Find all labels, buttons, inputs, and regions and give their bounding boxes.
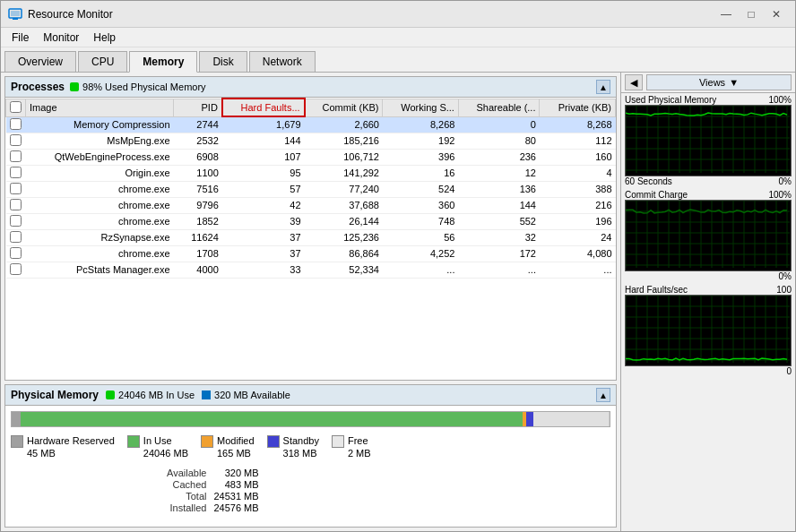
standby-box [267, 435, 280, 448]
row-commit: 106,712 [305, 149, 383, 165]
legend-modified: Modified 165 MB [201, 434, 255, 460]
processes-collapse-btn[interactable]: ▲ [596, 80, 610, 94]
table-row: chrome.exe 1708 37 86,864 4,252 172 4,08… [6, 245, 616, 262]
col-working[interactable]: Working S... [383, 99, 458, 116]
tab-memory[interactable]: Memory [129, 51, 197, 73]
col-pid[interactable]: PID [174, 99, 222, 116]
col-private[interactable]: Private (KB) [540, 99, 616, 116]
modified-value: 165 MB [217, 447, 255, 459]
row-checkbox[interactable] [10, 150, 22, 162]
table-row: chrome.exe 1852 39 26,144 748 552 196 [6, 213, 616, 229]
col-commit[interactable]: Commit (KB) [305, 99, 383, 116]
processes-section: Processes 98% Used Physical Memory ▲ Ima… [4, 76, 617, 381]
svg-rect-2 [13, 18, 18, 20]
chart-title: Used Physical Memory [625, 95, 716, 105]
row-commit: 26,144 [305, 213, 383, 229]
chart-bottom-right: 0 [786, 366, 792, 376]
row-working: ... [383, 262, 458, 278]
available-stat-value: 320 MB [213, 468, 258, 478]
row-private: 388 [540, 181, 616, 197]
row-image: chrome.exe [26, 213, 174, 229]
in-use-value: 24046 MB [143, 447, 188, 459]
free-label: Free [348, 434, 371, 447]
row-pid: 4000 [174, 262, 222, 278]
legend-hw-reserved: Hardware Reserved 45 MB [11, 434, 115, 460]
hw-reserved-value: 45 MB [27, 447, 115, 459]
memory-legend: Hardware Reserved 45 MB In Use 24046 MB [5, 431, 616, 464]
row-checkbox-cell [6, 149, 26, 165]
row-working: 16 [383, 165, 458, 181]
processes-table-container[interactable]: Image PID Hard Faults... Commit (KB) Wor… [5, 98, 616, 295]
tab-network[interactable]: Network [249, 51, 316, 72]
window: Resource Monitor — □ ✕ File Monitor Help… [0, 0, 796, 532]
row-checkbox[interactable] [10, 183, 22, 194]
chart-area [625, 105, 792, 176]
row-pid: 1100 [174, 165, 222, 181]
row-checkbox[interactable] [10, 247, 22, 259]
nav-back-button[interactable]: ◀ [625, 74, 643, 90]
row-shareable: ... [458, 262, 540, 278]
menu-monitor[interactable]: Monitor [36, 30, 86, 46]
free-box [332, 435, 344, 448]
processes-status: 98% Used Physical Memory [70, 82, 206, 92]
chart-canvas [626, 201, 790, 268]
table-row: chrome.exe 9796 42 37,688 360 144 216 [6, 197, 616, 213]
app-icon [8, 7, 22, 21]
row-checkbox[interactable] [10, 231, 22, 243]
row-image: chrome.exe [26, 181, 174, 197]
close-button[interactable]: ✕ [765, 5, 788, 23]
chart-canvas [626, 296, 790, 363]
row-checkbox-cell [6, 165, 26, 181]
in-use-box [127, 435, 140, 448]
maximize-button[interactable]: □ [740, 5, 763, 23]
row-shareable: 144 [458, 197, 540, 213]
row-checkbox[interactable] [10, 167, 22, 178]
in-use-label: In Use [143, 434, 188, 447]
menu-file[interactable]: File [4, 30, 36, 46]
row-checkbox[interactable] [10, 215, 22, 227]
row-checkbox[interactable] [10, 263, 22, 275]
standby-value: 318 MB [283, 447, 319, 459]
row-pid: 6908 [174, 149, 222, 165]
row-checkbox[interactable] [10, 199, 22, 210]
menu-help[interactable]: Help [86, 30, 123, 46]
tab-disk[interactable]: Disk [199, 51, 247, 72]
chart-bottom-left: 60 Seconds [625, 176, 672, 186]
window-title: Resource Monitor [28, 8, 714, 21]
row-checkbox-cell [6, 133, 26, 149]
minimize-button[interactable]: — [714, 5, 738, 23]
status-dot-green [70, 82, 79, 91]
mem-bar-free [533, 412, 610, 426]
physical-memory-header: Physical Memory 24046 MB In Use 320 MB A… [5, 385, 616, 406]
row-checkbox-cell [6, 229, 26, 245]
select-all-checkbox[interactable] [10, 101, 22, 113]
row-working: 748 [383, 213, 458, 229]
legend-standby: Standby 318 MB [267, 434, 319, 460]
views-label: Views [699, 77, 725, 88]
views-button[interactable]: Views ▼ [646, 74, 792, 90]
tab-bar: Overview CPU Memory Disk Network [1, 47, 795, 73]
col-hard-faults[interactable]: Hard Faults... [222, 99, 305, 116]
window-controls: — □ ✕ [714, 5, 788, 23]
tab-overview[interactable]: Overview [4, 51, 76, 72]
row-checkbox[interactable] [10, 134, 22, 146]
row-hard-faults: 37 [222, 229, 305, 245]
row-commit: 37,688 [305, 197, 383, 213]
chart-label-row: Commit Charge 100% [625, 190, 792, 200]
row-checkbox[interactable] [10, 118, 22, 130]
chart-bottom-row: 0 [625, 366, 792, 376]
row-hard-faults: 37 [222, 245, 305, 262]
available-dot [202, 390, 211, 399]
col-shareable[interactable]: Shareable (... [458, 99, 540, 116]
table-row: RzSynapse.exe 11624 37 125,236 56 32 24 [6, 229, 616, 245]
in-use-dot [106, 390, 115, 399]
phys-collapse-btn[interactable]: ▲ [596, 388, 610, 402]
tab-cpu[interactable]: CPU [78, 51, 127, 72]
row-hard-faults: 42 [222, 197, 305, 213]
col-image[interactable]: Image [26, 99, 174, 116]
row-working: 8,268 [383, 116, 458, 133]
cached-stat-value: 483 MB [213, 479, 258, 490]
row-image: PcStats Manager.exe [26, 262, 174, 278]
phys-available-status: 320 MB Available [202, 390, 290, 400]
title-bar: Resource Monitor — □ ✕ [1, 1, 795, 28]
